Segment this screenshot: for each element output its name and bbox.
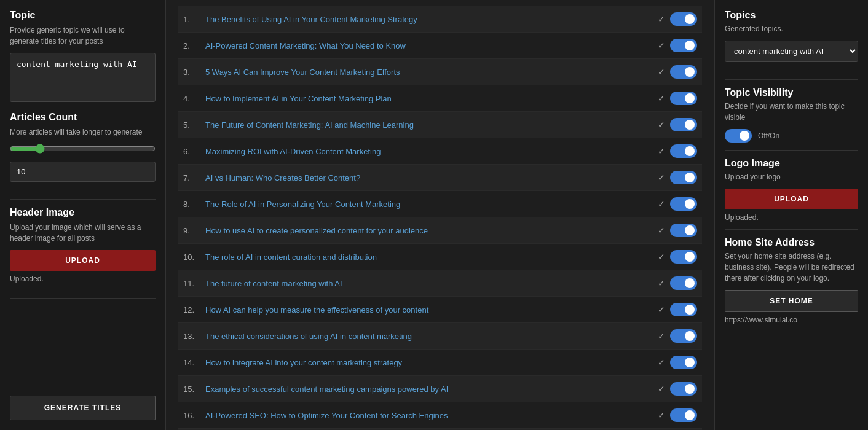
- topic-toggle[interactable]: [670, 276, 697, 290]
- topic-toggle-slider: [670, 197, 697, 211]
- logo-image-description: Upload your logo: [725, 171, 858, 182]
- topics-select[interactable]: content marketing with AI: [725, 41, 858, 62]
- middle-panel: 1. The Benefits of Using AI in Your Cont…: [166, 0, 714, 430]
- topic-toggle[interactable]: [670, 171, 697, 184]
- topic-link[interactable]: 5 Ways AI Can Improve Your Content Marke…: [205, 68, 650, 77]
- topic-toggle[interactable]: [670, 408, 697, 422]
- topic-item: 16. AI-Powered SEO: How to Optimize Your…: [178, 402, 702, 429]
- topic-item: 7. AI vs Human: Who Creates Better Conte…: [178, 165, 702, 191]
- topic-link[interactable]: The ethical considerations of using AI i…: [205, 332, 650, 341]
- topic-visibility-description: Decide if you want to make this topic vi…: [725, 101, 858, 123]
- topic-toggle[interactable]: [670, 118, 697, 131]
- topic-toggle-slider: [670, 65, 697, 79]
- topic-toggle-slider: [670, 329, 697, 343]
- visibility-slider: [725, 129, 752, 143]
- topic-toggle[interactable]: [670, 92, 697, 105]
- topic-toggle[interactable]: [670, 329, 697, 343]
- check-icon: ✓: [658, 14, 665, 24]
- topic-toggle-slider: [670, 171, 697, 184]
- topic-toggle[interactable]: [670, 144, 697, 158]
- topic-item: 15. Examples of successful content marke…: [178, 376, 702, 402]
- articles-count-input[interactable]: [10, 162, 156, 182]
- visibility-toggle[interactable]: [725, 129, 752, 143]
- slider-container: [10, 144, 156, 155]
- topic-link[interactable]: The role of AI in content curation and d…: [205, 252, 650, 262]
- topic-num: 7.: [183, 173, 200, 182]
- topic-item: 3. 5 Ways AI Can Improve Your Content Ma…: [178, 59, 702, 85]
- topic-num: 14.: [183, 358, 200, 367]
- topic-num: 16.: [183, 411, 200, 420]
- topic-visibility-label: Topic Visibility: [725, 87, 858, 98]
- topic-link[interactable]: The future of content marketing with AI: [205, 279, 650, 288]
- header-image-description: Upload your image which will serve as a …: [10, 222, 156, 244]
- header-upload-button[interactable]: UPLOAD: [10, 250, 156, 271]
- topic-item: 11. The future of content marketing with…: [178, 270, 702, 297]
- generate-titles-button[interactable]: GENERATE TITLES: [10, 396, 156, 420]
- logo-image-label: Logo Image: [725, 158, 858, 169]
- topic-toggle-slider: [670, 144, 697, 158]
- topic-toggle[interactable]: [670, 356, 697, 369]
- topic-link[interactable]: How AI can help you measure the effectiv…: [205, 305, 650, 315]
- topic-item: 4. How to Implement AI in Your Content M…: [178, 85, 702, 112]
- home-site-description: Set your home site address (e.g. busines…: [725, 251, 858, 284]
- set-home-button[interactable]: SET HOME: [725, 290, 858, 312]
- topic-link[interactable]: AI vs Human: Who Creates Better Content?: [205, 173, 650, 182]
- topic-link[interactable]: How to integrate AI into your content ma…: [205, 358, 650, 367]
- topic-num: 13.: [183, 332, 200, 341]
- topic-link[interactable]: The Benefits of Using AI in Your Content…: [205, 15, 650, 24]
- topic-item: 9. How to use AI to create personalized …: [178, 217, 702, 244]
- check-icon: ✓: [658, 67, 665, 77]
- topic-toggle[interactable]: [670, 382, 697, 396]
- articles-count-label: Articles Count: [10, 112, 156, 123]
- articles-count-slider[interactable]: [10, 144, 156, 154]
- topic-toggle-slider: [670, 118, 697, 131]
- topic-link[interactable]: Maximizing ROI with AI-Driven Content Ma…: [205, 147, 650, 156]
- topic-toggle-slider: [670, 224, 697, 237]
- check-icon: ✓: [658, 331, 665, 341]
- topic-num: 3.: [183, 68, 200, 77]
- home-address-text: https://www.simulai.co: [725, 316, 858, 324]
- topic-list: 1. The Benefits of Using AI in Your Cont…: [178, 6, 702, 430]
- topic-item: 14. How to integrate AI into your conten…: [178, 350, 702, 376]
- check-icon: ✓: [658, 93, 665, 103]
- check-icon: ✓: [658, 278, 665, 288]
- articles-count-description: More articles will take longer to genera…: [10, 127, 156, 138]
- logo-upload-button[interactable]: UPLOAD: [725, 189, 858, 209]
- check-icon: ✓: [658, 225, 665, 235]
- topic-toggle[interactable]: [670, 65, 697, 79]
- topic-link[interactable]: Examples of successful content marketing…: [205, 385, 650, 394]
- topic-toggle-slider: [670, 39, 697, 52]
- topic-num: 2.: [183, 41, 200, 50]
- right-topics-description: Generated topics.: [725, 23, 858, 34]
- header-image-label: Header Image: [10, 207, 156, 218]
- topic-toggle-slider: [670, 408, 697, 422]
- header-uploaded-text: Uploaded.: [10, 275, 156, 283]
- topic-link[interactable]: AI-Powered SEO: How to Optimize Your Con…: [205, 411, 650, 420]
- topic-toggle-slider: [670, 92, 697, 105]
- topic-link[interactable]: The Role of AI in Personalizing Your Con…: [205, 200, 650, 209]
- check-icon: ✓: [658, 410, 665, 420]
- topic-toggle[interactable]: [670, 39, 697, 52]
- topic-link[interactable]: AI-Powered Content Marketing: What You N…: [205, 41, 650, 50]
- topic-num: 9.: [183, 226, 200, 235]
- check-icon: ✓: [658, 199, 665, 209]
- topic-num: 1.: [183, 15, 200, 24]
- topic-label: Topic: [10, 10, 156, 21]
- visibility-label: Off/On: [758, 131, 779, 140]
- check-icon: ✓: [658, 120, 665, 130]
- topic-toggle[interactable]: [670, 250, 697, 264]
- topic-num: 12.: [183, 305, 200, 315]
- check-icon: ✓: [658, 146, 665, 156]
- topic-link[interactable]: How to use AI to create personalized con…: [205, 226, 650, 235]
- topic-toggle-slider: [670, 250, 697, 264]
- topic-toggle[interactable]: [670, 197, 697, 211]
- topic-toggle[interactable]: [670, 12, 697, 26]
- topic-link[interactable]: The Future of Content Marketing: AI and …: [205, 120, 650, 130]
- topic-item: 13. The ethical considerations of using …: [178, 323, 702, 350]
- topic-toggle[interactable]: [670, 303, 697, 316]
- topic-toggle-slider: [670, 382, 697, 396]
- check-icon: ✓: [658, 384, 665, 394]
- topic-link[interactable]: How to Implement AI in Your Content Mark…: [205, 94, 650, 103]
- topic-textarea[interactable]: [10, 53, 156, 102]
- topic-toggle[interactable]: [670, 224, 697, 237]
